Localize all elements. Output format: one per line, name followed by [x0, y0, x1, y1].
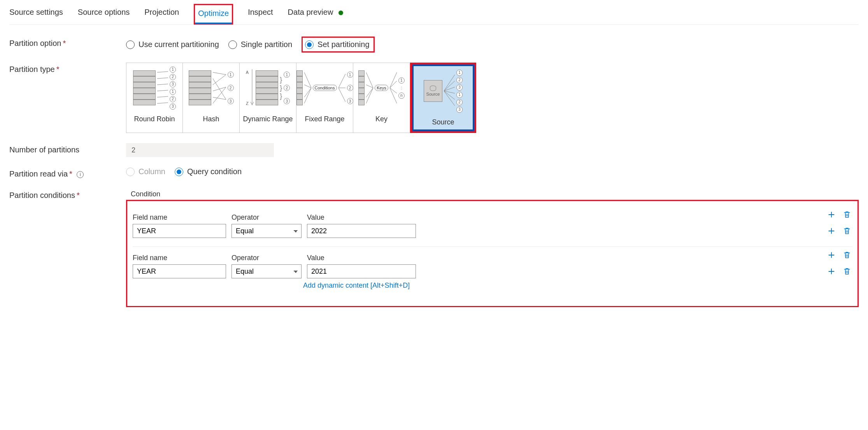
- operator-select[interactable]: Equal: [231, 224, 302, 238]
- add-condition-group-button[interactable]: [826, 210, 836, 220]
- radio-set-partitioning[interactable]: Set partitioning: [305, 40, 369, 49]
- svg-line-1: [157, 78, 168, 79]
- field-name-input[interactable]: [133, 224, 226, 238]
- svg-line-3: [157, 90, 168, 91]
- tab-source-options[interactable]: Source options: [78, 4, 130, 24]
- add-condition-group-button[interactable]: [826, 250, 836, 260]
- keys-pill: Keys: [375, 85, 388, 91]
- add-row-button[interactable]: [826, 226, 836, 236]
- delete-condition-group-button[interactable]: [842, 210, 852, 220]
- svg-line-0: [157, 72, 168, 72]
- svg-line-9: [213, 87, 226, 91]
- fan-lines-left-icon: [304, 69, 311, 107]
- radio-single-partition[interactable]: Single partition: [228, 40, 292, 49]
- trash-icon: [843, 267, 851, 276]
- radio-column[interactable]: Column: [126, 167, 165, 176]
- info-icon[interactable]: i: [77, 171, 84, 178]
- plus-icon: [827, 251, 836, 259]
- delete-condition-group-button[interactable]: [842, 250, 852, 260]
- svg-line-24: [390, 72, 397, 88]
- col-field-name: Field name: [133, 213, 226, 222]
- svg-line-19: [338, 88, 345, 102]
- database-icon: [430, 86, 436, 91]
- svg-line-13: [304, 72, 311, 88]
- tab-inspect[interactable]: Inspect: [248, 4, 273, 24]
- delete-row-button[interactable]: [842, 226, 852, 236]
- svg-line-27: [390, 88, 397, 103]
- lines-icon: [444, 72, 455, 110]
- svg-line-17: [338, 74, 345, 88]
- radio-query-condition[interactable]: Query condition: [175, 167, 242, 176]
- svg-line-25: [390, 81, 397, 88]
- number-of-partitions-input: [126, 143, 274, 157]
- radio-single-label: Single partition: [241, 40, 292, 49]
- card-hash-label: Hash: [183, 113, 239, 126]
- radio-use-current-label: Use current partitioning: [139, 40, 219, 49]
- fan-lines-right-icon: [390, 69, 397, 107]
- card-fixed-range[interactable]: Conditions 123 Fixed Range: [296, 63, 353, 133]
- label-partition-type: Partition type*: [9, 63, 126, 74]
- operator-select[interactable]: Equal: [231, 264, 302, 278]
- card-round-robin-label: Round Robin: [126, 113, 182, 126]
- field-name-input[interactable]: [133, 264, 226, 278]
- col-value: Value: [307, 254, 416, 262]
- col-operator: Operator: [231, 213, 302, 222]
- svg-line-10: [213, 97, 226, 100]
- partition-read-via-group: Column Query condition: [126, 167, 242, 176]
- trash-icon: [843, 210, 851, 219]
- lines-icon: [157, 69, 168, 107]
- add-row-button[interactable]: [826, 266, 836, 276]
- card-round-robin[interactable]: 123123 Round Robin: [126, 63, 183, 133]
- source-box-icon: Source: [424, 80, 442, 102]
- condition-group: Field name Operator Value Equal: [133, 247, 852, 298]
- cross-lines-icon: [213, 69, 226, 107]
- label-partition-read-via: Partition read via* i: [9, 167, 126, 178]
- fan-lines-right-icon: [338, 69, 345, 107]
- svg-line-11: [213, 87, 226, 103]
- card-dynamic-range-label: Dynamic Range: [240, 113, 296, 126]
- card-key-label: Key: [353, 113, 410, 126]
- radio-column-label: Column: [139, 167, 165, 176]
- card-source-label: Source: [414, 116, 473, 129]
- card-hash[interactable]: 123 Hash: [183, 63, 240, 133]
- value-input[interactable]: [307, 224, 416, 238]
- card-dynamic-range[interactable]: A Z }}} 123 Dynamic Range: [240, 63, 296, 133]
- svg-line-29: [444, 81, 455, 91]
- trash-icon: [843, 227, 851, 235]
- tabs-bar: Source settings Source options Projectio…: [9, 4, 859, 25]
- trash-icon: [843, 251, 851, 259]
- radio-query-label: Query condition: [187, 167, 242, 176]
- plus-icon: [827, 210, 836, 219]
- plus-icon: [827, 227, 836, 235]
- condition-heading: Condition: [131, 190, 859, 198]
- svg-line-4: [157, 96, 168, 97]
- tab-data-preview[interactable]: Data preview: [288, 4, 343, 24]
- condition-group: Field name Operator Value Equal: [133, 206, 852, 247]
- add-dynamic-content-link[interactable]: Add dynamic content [Alt+Shift+D]: [303, 281, 410, 290]
- col-value: Value: [307, 213, 416, 222]
- conditions-area: Field name Operator Value Equal: [126, 200, 859, 307]
- svg-line-30: [444, 87, 455, 91]
- svg-line-5: [157, 103, 168, 103]
- arrow-down-icon: [250, 69, 254, 107]
- label-partition-conditions: Partition conditions*: [9, 189, 126, 200]
- card-key[interactable]: Keys 1⋮n Key: [353, 63, 410, 133]
- delete-row-button[interactable]: [842, 266, 852, 276]
- tab-projection[interactable]: Projection: [144, 4, 179, 24]
- label-number-of-partitions: Number of partitions: [9, 143, 126, 154]
- tab-source-settings[interactable]: Source settings: [9, 4, 63, 24]
- tab-optimize[interactable]: Optimize: [194, 4, 233, 24]
- label-partition-option: Partition option*: [9, 37, 126, 48]
- card-fixed-range-label: Fixed Range: [296, 113, 353, 126]
- svg-line-6: [213, 72, 226, 75]
- card-source[interactable]: Source 123123 Source: [414, 66, 473, 129]
- svg-line-2: [157, 84, 168, 85]
- radio-set-label: Set partitioning: [317, 40, 369, 49]
- value-input[interactable]: [307, 264, 416, 278]
- svg-line-20: [366, 72, 373, 88]
- radio-use-current-partitioning[interactable]: Use current partitioning: [126, 40, 219, 49]
- status-dot-icon: [338, 10, 343, 15]
- partition-type-cards: 123123 Round Robin 123 Hash: [126, 63, 476, 133]
- col-field-name: Field name: [133, 254, 226, 262]
- svg-line-8: [213, 75, 226, 85]
